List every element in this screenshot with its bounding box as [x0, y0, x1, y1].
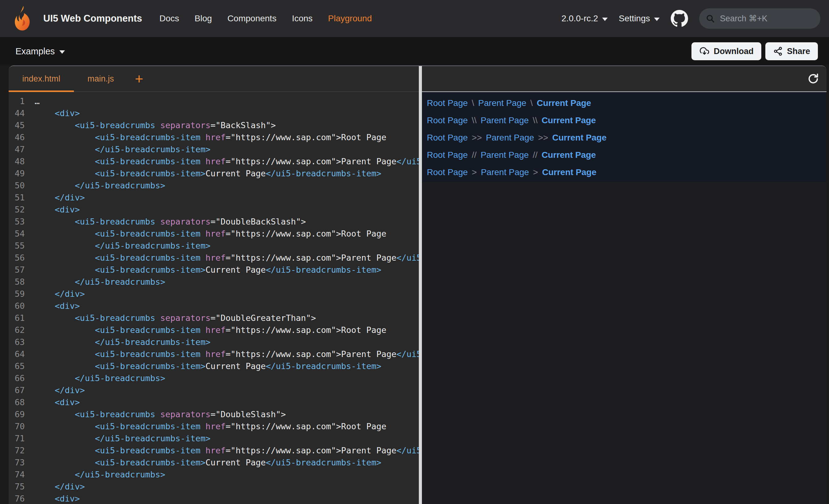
line-number: 51: [9, 191, 25, 203]
code-line[interactable]: 70 <ui5-breadcrumbs-item href="https://w…: [9, 420, 419, 432]
code-line[interactable]: 46 <ui5-breadcrumbs-item href="https://w…: [9, 131, 419, 143]
code-line[interactable]: 54 <ui5-breadcrumbs-item href="https://w…: [9, 228, 419, 240]
code-line[interactable]: 52 <div>: [9, 203, 419, 216]
line-number: 54: [9, 228, 25, 240]
code-text: <ui5-breadcrumbs-item href="https://www.…: [35, 155, 419, 167]
code-line[interactable]: 50 </ui5-breadcrumbs>: [9, 180, 419, 191]
code-line[interactable]: 75 </div>: [9, 480, 419, 493]
version-label: 2.0.0-rc.2: [562, 13, 598, 24]
code-text: </div>: [35, 191, 85, 203]
search-input[interactable]: [719, 13, 814, 24]
code-line[interactable]: 63 </ui5-breadcrumbs-item>: [9, 336, 419, 348]
breadcrumb-separator: //: [533, 150, 538, 160]
tab-index-html[interactable]: index.html: [9, 66, 74, 91]
nav-link-icons[interactable]: Icons: [292, 13, 313, 24]
add-tab-button[interactable]: +: [128, 66, 151, 91]
examples-dropdown[interactable]: Examples: [15, 46, 65, 56]
app-title: UI5 Web Components: [43, 13, 142, 24]
line-number: 73: [9, 457, 25, 468]
version-dropdown[interactable]: 2.0.0-rc.2: [562, 13, 608, 24]
chevron-down-icon: [602, 17, 608, 21]
code-line[interactable]: 45 <ui5-breadcrumbs separators="BackSlas…: [9, 119, 419, 131]
ui5-logo-icon[interactable]: [9, 4, 38, 33]
breadcrumb-link[interactable]: Root Page: [427, 98, 468, 108]
line-number: 66: [9, 372, 25, 384]
code-text: </div>: [35, 288, 85, 300]
tab-main-js[interactable]: main.js: [74, 66, 128, 91]
code-line[interactable]: 64 <ui5-breadcrumbs-item href="https://w…: [9, 348, 419, 360]
preview-breadcrumbs: Root Page\Parent Page\Current PageRoot P…: [422, 92, 827, 182]
code-line[interactable]: 61 <ui5-breadcrumbs separators="DoubleGr…: [9, 312, 419, 324]
code-text: <div>: [35, 107, 80, 119]
code-line[interactable]: 72 <ui5-breadcrumbs-item href="https://w…: [9, 444, 419, 457]
code-line[interactable]: 57 <ui5-breadcrumbs-item>Current Page</u…: [9, 264, 419, 276]
breadcrumb-link[interactable]: Parent Page: [481, 150, 529, 160]
preview-pane: Root Page\Parent Page\Current PageRoot P…: [422, 66, 827, 504]
code-line[interactable]: 53 <ui5-breadcrumbs separators="DoubleBa…: [9, 216, 419, 228]
code-line[interactable]: 68 <div>: [9, 396, 419, 408]
code-line[interactable]: 49 <ui5-breadcrumbs-item>Current Page</u…: [9, 167, 419, 180]
breadcrumb-link[interactable]: Parent Page: [481, 167, 529, 177]
code-line[interactable]: 65 <ui5-breadcrumbs-item>Current Page</u…: [9, 360, 419, 372]
topnav-links: DocsBlogComponentsIconsPlayground: [159, 13, 372, 24]
pane-splitter[interactable]: [419, 66, 422, 504]
nav-link-components[interactable]: Components: [227, 13, 277, 24]
code-text: <ui5-breadcrumbs separators="DoubleGreat…: [35, 312, 316, 324]
code-line[interactable]: 56 <ui5-breadcrumbs-item href="https://w…: [9, 252, 419, 264]
code-line[interactable]: 48 <ui5-breadcrumbs-item href="https://w…: [9, 155, 419, 167]
tab-label: main.js: [87, 74, 114, 84]
topnav-right: 2.0.0-rc.2 Settings: [562, 8, 820, 29]
code-text: </ui5-breadcrumbs-item>: [35, 143, 211, 155]
nav-link-docs[interactable]: Docs: [159, 13, 179, 24]
code-text: <ui5-breadcrumbs-item href="https://www.…: [35, 228, 386, 240]
code-line[interactable]: 76 <div>: [9, 493, 419, 504]
breadcrumb: Root Page>>Parent Page>>Current Page: [427, 129, 827, 146]
code-line[interactable]: 60 <div>: [9, 300, 419, 312]
download-button[interactable]: Download: [691, 42, 761, 60]
code-text: <div>: [35, 493, 80, 504]
chevron-down-icon: [59, 50, 65, 54]
code-text: <ui5-breadcrumbs-item>Current Page</ui5-…: [35, 360, 382, 372]
code-text: …: [35, 95, 40, 107]
code-editor-pane[interactable]: index.html main.js + 1…44 <div>45 <ui5-b…: [9, 66, 419, 504]
code-line[interactable]: 62 <ui5-breadcrumbs-item href="https://w…: [9, 324, 419, 336]
code-line[interactable]: 71 </ui5-breadcrumbs-item>: [9, 432, 419, 444]
top-nav: UI5 Web Components DocsBlogComponentsIco…: [0, 0, 829, 37]
nav-link-blog[interactable]: Blog: [195, 13, 212, 24]
breadcrumb-link[interactable]: Parent Page: [486, 133, 534, 143]
github-link[interactable]: [671, 10, 688, 27]
breadcrumb-link[interactable]: Parent Page: [481, 116, 529, 125]
code-line[interactable]: 66 </ui5-breadcrumbs>: [9, 372, 419, 384]
code-line[interactable]: 47 </ui5-breadcrumbs-item>: [9, 143, 419, 155]
line-number: 57: [9, 264, 25, 276]
settings-dropdown[interactable]: Settings: [619, 13, 660, 24]
code-line[interactable]: 1…: [9, 95, 419, 107]
nav-link-playground[interactable]: Playground: [328, 13, 372, 24]
code-text: <ui5-breadcrumbs-item>Current Page</ui5-…: [35, 457, 382, 468]
line-number: 68: [9, 396, 25, 408]
code-line[interactable]: 44 <div>: [9, 107, 419, 119]
cloud-download-icon: [699, 46, 710, 56]
code-line[interactable]: 59 </div>: [9, 288, 419, 300]
breadcrumb-separator: \: [472, 98, 474, 108]
refresh-button[interactable]: [807, 72, 820, 85]
plus-icon: +: [135, 72, 143, 86]
code-line[interactable]: 67 </div>: [9, 384, 419, 396]
breadcrumb-link[interactable]: Root Page: [427, 133, 468, 143]
code-line[interactable]: 74 </ui5-breadcrumbs>: [9, 468, 419, 480]
breadcrumb-link[interactable]: Root Page: [427, 150, 468, 160]
breadcrumb-link[interactable]: Root Page: [427, 167, 468, 177]
share-button[interactable]: Share: [765, 42, 818, 60]
code-line[interactable]: 55 </ui5-breadcrumbs-item>: [9, 240, 419, 252]
code-lines[interactable]: 1…44 <div>45 <ui5-breadcrumbs separators…: [9, 92, 419, 504]
line-number: 71: [9, 432, 25, 444]
breadcrumb-separator: \\: [472, 116, 477, 125]
code-text: <div>: [35, 300, 80, 312]
code-line[interactable]: 58 </ui5-breadcrumbs>: [9, 276, 419, 288]
code-line[interactable]: 73 <ui5-breadcrumbs-item>Current Page</u…: [9, 457, 419, 468]
breadcrumb-link[interactable]: Parent Page: [478, 98, 527, 108]
line-number: 50: [9, 180, 25, 191]
code-line[interactable]: 69 <ui5-breadcrumbs separators="DoubleSl…: [9, 408, 419, 420]
breadcrumb-link[interactable]: Root Page: [427, 116, 468, 125]
code-line[interactable]: 51 </div>: [9, 191, 419, 203]
